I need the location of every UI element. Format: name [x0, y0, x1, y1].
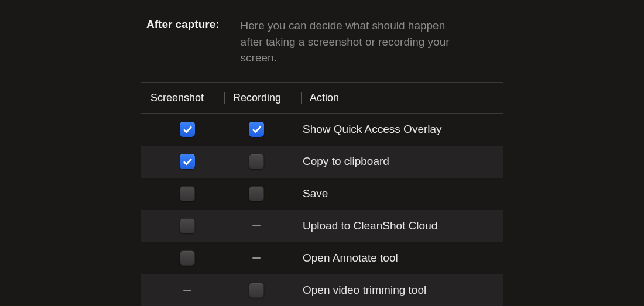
action-label: Upload to CleanShot Cloud: [303, 219, 437, 232]
action-label: Open video trimming tool: [303, 284, 426, 296]
column-header-recording: Recording: [233, 92, 301, 104]
cell-screenshot: [150, 186, 224, 201]
not-applicable-icon: [183, 290, 191, 291]
header-divider: [224, 92, 225, 104]
action-label: Copy to clipboard: [303, 155, 389, 167]
after-capture-table: Screenshot Recording Action Show Quick A…: [141, 82, 503, 306]
cell-action: Open video trimming tool: [300, 284, 494, 297]
action-label: Open Annotate tool: [303, 252, 398, 264]
cell-screenshot: [150, 290, 224, 291]
table-row: Upload to CleanShot Cloud: [141, 210, 503, 242]
table-row: Show Quick Access Overlay: [141, 114, 503, 146]
recording-checkbox[interactable]: [249, 186, 264, 201]
cell-recording: [224, 154, 300, 169]
cell-action: Open Annotate tool: [300, 252, 494, 264]
section-title: After capture:: [146, 18, 220, 66]
table-row: Open Annotate tool: [141, 242, 503, 274]
column-header-action: Action: [310, 92, 494, 104]
cell-screenshot: [150, 154, 224, 169]
action-label: Show Quick Access Overlay: [303, 123, 442, 135]
cell-recording: [224, 283, 300, 298]
screenshot-checkbox[interactable]: [180, 154, 195, 169]
not-applicable-icon: [252, 257, 261, 259]
recording-checkbox[interactable]: [249, 154, 264, 169]
screenshot-checkbox[interactable]: [180, 218, 195, 233]
recording-checkbox[interactable]: [249, 283, 264, 298]
table-row: Save: [141, 178, 503, 210]
cell-screenshot: [150, 122, 224, 137]
cell-screenshot: [150, 250, 224, 266]
cell-action: Show Quick Access Overlay: [300, 123, 494, 136]
cell-screenshot: [150, 218, 224, 233]
recording-checkbox[interactable]: [249, 122, 264, 137]
screenshot-checkbox[interactable]: [180, 122, 195, 137]
not-applicable-icon: [252, 225, 261, 227]
table-row: Open video trimming tool: [141, 274, 503, 306]
screenshot-checkbox[interactable]: [180, 186, 195, 201]
table-row: Copy to clipboard: [141, 146, 503, 178]
cell-action: Copy to clipboard: [300, 155, 494, 168]
section-description: Here you can decide what should happen a…: [241, 18, 463, 66]
screenshot-checkbox[interactable]: [180, 250, 195, 266]
cell-recording: [224, 122, 300, 137]
cell-recording: [224, 225, 300, 227]
cell-recording: [224, 186, 300, 201]
column-header-screenshot: Screenshot: [150, 92, 224, 104]
cell-action: Save: [300, 187, 494, 200]
action-label: Save: [303, 187, 328, 200]
cell-action: Upload to CleanShot Cloud: [300, 219, 494, 232]
cell-recording: [224, 257, 300, 259]
header-divider: [301, 92, 302, 104]
table-header: Screenshot Recording Action: [141, 83, 503, 114]
